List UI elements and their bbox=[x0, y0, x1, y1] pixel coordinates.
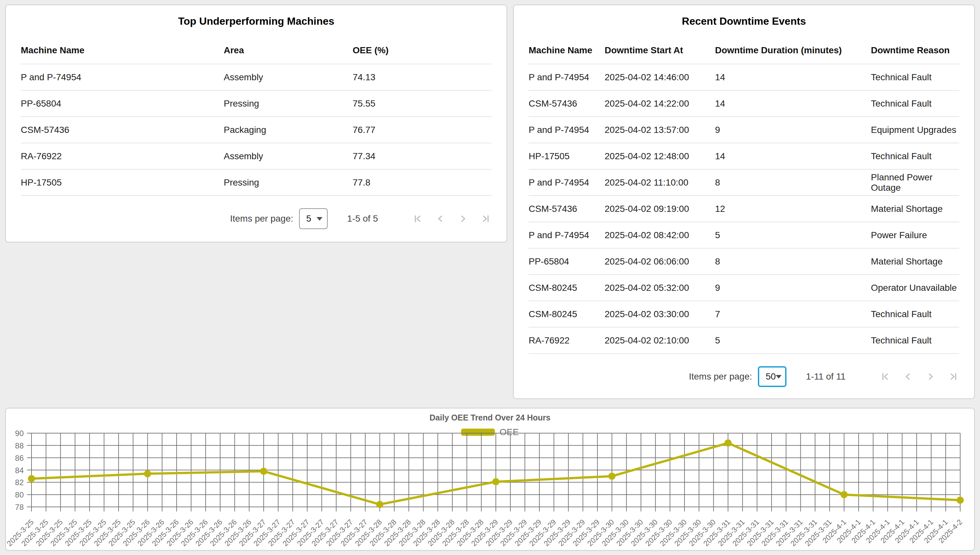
previous-page-button[interactable] bbox=[435, 213, 446, 225]
first-page-button[interactable] bbox=[879, 371, 891, 382]
table-row: CSM-802452025-04-02 05:32:009Operator Un… bbox=[529, 275, 959, 301]
table-cell: P and P-74954 bbox=[529, 177, 604, 188]
table-cell: 9 bbox=[715, 283, 871, 293]
page-range-label: 1-5 of 5 bbox=[347, 213, 378, 224]
data-point-marker bbox=[260, 468, 267, 475]
first-page-icon bbox=[412, 213, 424, 225]
table-cell: HP-17505 bbox=[21, 177, 224, 188]
table-cell: RA-76922 bbox=[529, 335, 604, 346]
oee-trend-chart: 788082848688902025-3-252025-3-252025-3-2… bbox=[6, 409, 974, 550]
first-page-icon bbox=[879, 371, 891, 382]
table-cell: 14 bbox=[715, 98, 871, 109]
items-per-page-value: 50 bbox=[766, 371, 776, 382]
table-cell: 76.77 bbox=[353, 125, 492, 135]
table-cell: Operator Unavailable bbox=[871, 283, 959, 293]
table-cell: 5 bbox=[715, 335, 871, 346]
table-cell: 2025-04-02 06:06:00 bbox=[604, 257, 715, 267]
table-cell: 77.34 bbox=[353, 151, 492, 162]
y-axis-tick-label: 84 bbox=[15, 466, 24, 475]
table-cell: P and P-74954 bbox=[529, 230, 604, 241]
table-row: CSM-574362025-04-02 09:19:0012Material S… bbox=[529, 196, 959, 222]
table-row: HP-175052025-04-02 12:48:0014Technical F… bbox=[529, 143, 959, 170]
first-page-button[interactable] bbox=[412, 213, 424, 225]
table-body: P and P-74954Assembly74.13PP-65804Pressi… bbox=[21, 64, 492, 196]
table-cell: CSM-80245 bbox=[529, 283, 604, 293]
table-cell: 75.55 bbox=[353, 98, 492, 109]
table-cell: 2025-04-02 14:46:00 bbox=[604, 72, 715, 83]
y-axis-tick-label: 82 bbox=[15, 478, 24, 487]
next-page-button[interactable] bbox=[457, 213, 469, 225]
y-axis-tick-label: 78 bbox=[15, 503, 24, 512]
table-row: PP-658042025-04-02 06:06:008Material Sho… bbox=[529, 249, 959, 275]
table-row: P and P-749542025-04-02 11:10:008Planned… bbox=[529, 170, 959, 196]
table-cell: Pressing bbox=[224, 177, 353, 188]
column-header: Downtime Start At bbox=[604, 45, 715, 56]
data-point-marker bbox=[841, 491, 848, 498]
items-per-page-select[interactable]: 50 bbox=[758, 366, 787, 387]
table-cell: 12 bbox=[715, 204, 871, 214]
items-per-page-label: Items per page: bbox=[689, 371, 752, 382]
table-cell: P and P-74954 bbox=[21, 72, 224, 83]
last-page-button[interactable] bbox=[948, 371, 959, 382]
table-row: P and P-74954Assembly74.13 bbox=[21, 64, 492, 91]
table-cell: PP-65804 bbox=[21, 98, 224, 109]
data-point-marker bbox=[724, 440, 732, 446]
last-page-button[interactable] bbox=[480, 213, 492, 225]
recent-downtime-events-panel: Recent Downtime Events Machine NameDownt… bbox=[513, 5, 975, 399]
table-cell: Equipment Upgrades bbox=[871, 125, 959, 135]
table-cell: Technical Fault bbox=[871, 151, 959, 162]
column-header: Machine Name bbox=[21, 45, 224, 56]
daily-oee-trend-panel: Daily OEE Trend Over 24 Hours OEE 788082… bbox=[5, 408, 975, 551]
table-cell: CSM-57436 bbox=[529, 98, 604, 109]
items-per-page-label: Items per page: bbox=[230, 213, 293, 224]
table-row: P and P-749542025-04-02 14:46:0014Techni… bbox=[529, 64, 959, 91]
downtime-events-table: Machine NameDowntime Start AtDowntime Du… bbox=[529, 37, 959, 354]
data-point-marker bbox=[28, 475, 35, 482]
table-cell: Material Shortage bbox=[871, 257, 959, 267]
table-row: HP-17505Pressing77.8 bbox=[21, 170, 492, 196]
table-cell: CSM-57436 bbox=[21, 125, 224, 135]
table-cell: 8 bbox=[715, 257, 871, 267]
table-cell: Planned Power Outage bbox=[871, 172, 959, 193]
items-per-page-select[interactable]: 5 bbox=[299, 208, 328, 229]
table-row: CSM-574362025-04-02 14:22:0014Technical … bbox=[529, 91, 959, 117]
table-cell: Assembly bbox=[224, 72, 353, 83]
top-underperforming-machines-panel: Top Underperforming Machines Machine Nam… bbox=[5, 5, 507, 242]
chevron-left-icon bbox=[902, 371, 914, 382]
next-page-button[interactable] bbox=[925, 371, 937, 382]
table-row: CSM-802452025-04-02 03:30:007Technical F… bbox=[529, 301, 959, 327]
table-row: RA-769222025-04-02 02:10:005Technical Fa… bbox=[529, 327, 959, 354]
table-cell: 2025-04-02 05:32:00 bbox=[604, 283, 715, 293]
data-point-marker bbox=[376, 501, 384, 508]
column-header: OEE (%) bbox=[353, 45, 492, 56]
y-axis-tick-label: 90 bbox=[15, 429, 24, 438]
table-cell: Technical Fault bbox=[871, 335, 959, 346]
table-cell: Packaging bbox=[224, 125, 353, 135]
data-point-marker bbox=[957, 497, 964, 504]
table-cell: Pressing bbox=[224, 98, 353, 109]
table-cell: Technical Fault bbox=[871, 98, 959, 109]
table-row: P and P-749542025-04-02 13:57:009Equipme… bbox=[529, 117, 959, 143]
column-header: Machine Name bbox=[529, 45, 604, 56]
last-page-icon bbox=[480, 213, 492, 225]
table-cell: 2025-04-02 08:42:00 bbox=[604, 230, 715, 241]
table-cell: Technical Fault bbox=[871, 72, 959, 83]
panel-title: Recent Downtime Events bbox=[514, 5, 974, 27]
table-cell: Technical Fault bbox=[871, 309, 959, 319]
table-cell: 2025-04-02 13:57:00 bbox=[604, 125, 715, 135]
table-cell: 9 bbox=[715, 125, 871, 135]
column-header: Area bbox=[224, 45, 353, 56]
table-row: P and P-749542025-04-02 08:42:005Power F… bbox=[529, 222, 959, 249]
table-cell: CSM-80245 bbox=[529, 309, 604, 319]
panel-title: Top Underperforming Machines bbox=[6, 5, 507, 27]
data-point-marker bbox=[144, 470, 151, 477]
table-cell: 7 bbox=[715, 309, 871, 319]
chevron-right-icon bbox=[457, 213, 469, 225]
table-cell: HP-17505 bbox=[529, 151, 604, 162]
table-cell: PP-65804 bbox=[529, 257, 604, 267]
table-cell: CSM-57436 bbox=[529, 204, 604, 214]
table-header-row: Machine NameAreaOEE (%) bbox=[21, 37, 492, 64]
table-cell: 14 bbox=[715, 151, 871, 162]
table-cell: 2025-04-02 09:19:00 bbox=[604, 204, 715, 214]
previous-page-button[interactable] bbox=[902, 371, 914, 382]
